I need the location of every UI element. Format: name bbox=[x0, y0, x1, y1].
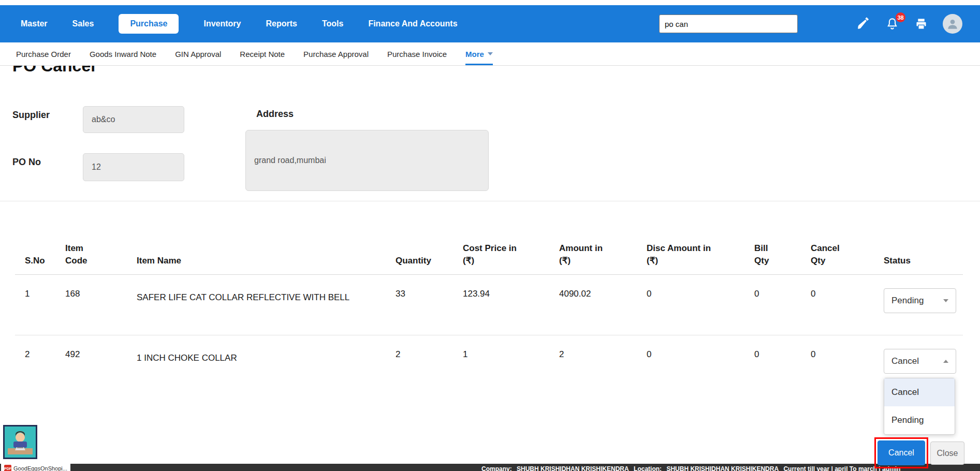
header-status: Status bbox=[884, 222, 967, 274]
cell-sno: 2 bbox=[25, 335, 65, 385]
footer-text: Company: SHUBH KRISHIDHAN KRISHIKENDRA L… bbox=[481, 465, 903, 471]
footer-company-label: Company: bbox=[481, 465, 512, 471]
chat-widget-button[interactable] bbox=[3, 425, 37, 459]
table-row: 1 168 SAFER LIFE CAT COLLAR REFLECTIVE W… bbox=[15, 275, 963, 335]
main-navbar: Master Sales Purchase Inventory Reports … bbox=[0, 5, 980, 42]
top-strip bbox=[0, 0, 980, 5]
nav-icons: 38 bbox=[856, 14, 970, 34]
printer-glyph bbox=[914, 17, 928, 31]
section-divider bbox=[0, 201, 980, 201]
po-no-label: PO No bbox=[12, 157, 41, 168]
chevron-down-icon bbox=[943, 299, 948, 302]
cell-cost-price: 1 bbox=[463, 335, 559, 385]
header-item-name: Item Name bbox=[137, 222, 396, 274]
nav-item-tools[interactable]: Tools bbox=[322, 19, 343, 28]
header-disc-amount: Disc Amount in (₹) bbox=[647, 222, 754, 274]
footer-company-value: SHUBH KRISHIDHAN KRISHIKENDRA bbox=[517, 465, 629, 471]
header-bill-qty: Bill Qty bbox=[754, 222, 811, 274]
user-avatar-glyph bbox=[946, 17, 959, 31]
nav-item-finance-and-accounts[interactable]: Finance And Accounts bbox=[368, 19, 457, 28]
chevron-down-icon bbox=[488, 52, 493, 55]
cell-cancel-qty: 0 bbox=[811, 275, 884, 335]
cell-item-name: 1 INCH CHOKE COLLAR bbox=[137, 335, 396, 385]
header-item-code: Item Code bbox=[65, 222, 137, 274]
subnav-item-gin-approval[interactable]: GIN Approval bbox=[175, 42, 221, 65]
cell-quantity: 33 bbox=[396, 275, 463, 335]
cancel-button[interactable]: Cancel bbox=[877, 440, 925, 465]
address-label: Address bbox=[256, 109, 294, 120]
subnav-item-more[interactable]: More bbox=[465, 42, 493, 65]
cancel-button-highlight-box: Cancel bbox=[874, 437, 928, 468]
status-option-pending[interactable]: Pending bbox=[884, 406, 955, 434]
chevron-up-icon bbox=[943, 360, 948, 363]
po-items-table: S.No Item Code Item Name Quantity Cost P… bbox=[15, 222, 963, 385]
nav-item-sales[interactable]: Sales bbox=[72, 19, 94, 28]
status-option-cancel[interactable]: Cancel bbox=[884, 378, 955, 406]
page-title: PO Cancel bbox=[12, 66, 95, 76]
status-select-row-1[interactable]: Pending bbox=[884, 288, 956, 313]
nav-item-purchase[interactable]: Purchase bbox=[119, 14, 179, 34]
user-avatar[interactable] bbox=[943, 14, 962, 34]
table-header-row: S.No Item Code Item Name Quantity Cost P… bbox=[15, 222, 963, 275]
cell-cost-price: 123.94 bbox=[463, 275, 559, 335]
cell-disc-amount: 0 bbox=[647, 335, 754, 385]
status-dropdown-panel: Cancel Pending bbox=[884, 378, 955, 435]
status-select-value: Pending bbox=[891, 295, 924, 306]
header-amount: Amount in (₹) bbox=[559, 222, 647, 274]
cell-status: Pending bbox=[884, 275, 967, 335]
download-item[interactable]: PDF GoodEggsOnShopi... bbox=[1, 464, 70, 471]
chat-avatar-image bbox=[5, 426, 36, 458]
cell-quantity: 2 bbox=[396, 335, 463, 385]
close-button[interactable]: Close bbox=[930, 441, 964, 465]
notifications-bell-icon[interactable]: 38 bbox=[885, 17, 899, 31]
cell-bill-qty: 0 bbox=[754, 275, 811, 335]
page-title-clip: PO Cancel bbox=[12, 66, 95, 76]
subnav-more-label: More bbox=[465, 50, 484, 58]
subnav-item-purchase-invoice[interactable]: Purchase Invoice bbox=[387, 42, 447, 65]
pdf-file-icon: PDF bbox=[4, 465, 11, 471]
notification-count-badge: 38 bbox=[896, 12, 905, 22]
footer-location-value: SHUBH KRISHIDHAN KRISHIKENDRA bbox=[666, 465, 779, 471]
main-nav-items: Master Sales Purchase Inventory Reports … bbox=[21, 14, 458, 34]
cell-amount: 4090.02 bbox=[559, 275, 647, 335]
header-cost-price: Cost Price in (₹) bbox=[463, 222, 559, 274]
brush-icon[interactable] bbox=[856, 17, 870, 31]
header-sno: S.No bbox=[25, 222, 65, 274]
subnav-item-receipt-note[interactable]: Receipt Note bbox=[240, 42, 285, 65]
brush-icon-glyph bbox=[856, 17, 870, 31]
subnav-item-purchase-approval[interactable]: Purchase Approval bbox=[303, 42, 369, 65]
cell-cancel-qty: 0 bbox=[811, 335, 884, 385]
supplier-label: Supplier bbox=[12, 110, 50, 121]
nav-item-master[interactable]: Master bbox=[21, 19, 48, 28]
subnav-item-goods-inward-note[interactable]: Goods Inward Note bbox=[90, 42, 156, 65]
header-cancel-qty: Cancel Qty bbox=[811, 222, 884, 274]
cell-status: Cancel Cancel Pending bbox=[884, 335, 967, 385]
address-field: grand road,mumbai bbox=[245, 130, 489, 191]
printer-icon[interactable] bbox=[914, 17, 928, 31]
table-row: 2 492 1 INCH CHOKE COLLAR 2 1 2 0 0 0 Ca… bbox=[15, 335, 963, 385]
nav-item-reports[interactable]: Reports bbox=[266, 19, 297, 28]
po-no-field: 12 bbox=[83, 153, 184, 181]
download-filename: GoodEggsOnShopi... bbox=[13, 465, 67, 471]
cell-item-code: 168 bbox=[65, 275, 137, 335]
subnav-item-purchase-order[interactable]: Purchase Order bbox=[16, 42, 71, 65]
search-input[interactable] bbox=[659, 14, 798, 33]
purchase-subnav: Purchase Order Goods Inward Note GIN App… bbox=[0, 42, 980, 66]
cell-item-name: SAFER LIFE CAT COLLAR REFLECTIVE WITH BE… bbox=[137, 275, 396, 335]
cell-amount: 2 bbox=[559, 335, 647, 385]
header-quantity: Quantity bbox=[396, 222, 463, 274]
cell-sno: 1 bbox=[25, 275, 65, 335]
nav-item-inventory[interactable]: Inventory bbox=[203, 19, 241, 28]
status-select-row-2[interactable]: Cancel bbox=[884, 349, 956, 374]
footer-bar: Company: SHUBH KRISHIDHAN KRISHIKENDRA L… bbox=[0, 464, 980, 471]
cell-item-code: 492 bbox=[65, 335, 137, 385]
status-select-value: Cancel bbox=[891, 356, 919, 367]
supplier-field: ab&co bbox=[83, 106, 184, 133]
cell-bill-qty: 0 bbox=[754, 335, 811, 385]
cell-disc-amount: 0 bbox=[647, 275, 754, 335]
footer-location-label: Location: bbox=[634, 465, 662, 471]
